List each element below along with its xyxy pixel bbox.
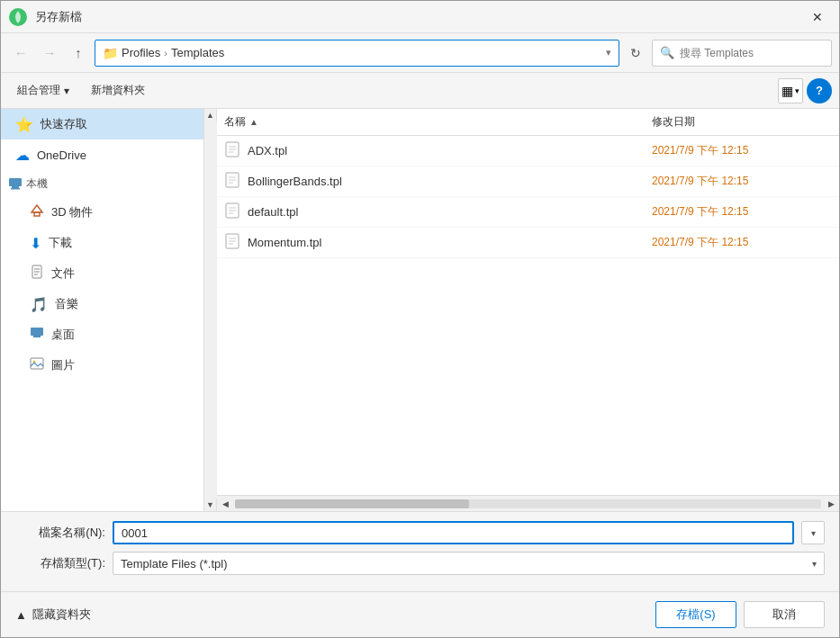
sidebar-item-pictures[interactable]: 圖片 xyxy=(1,350,204,381)
file-icon-1 xyxy=(224,172,242,192)
svg-rect-12 xyxy=(31,358,43,369)
close-button[interactable]: ✕ xyxy=(803,3,832,31)
hscroll-right[interactable]: ▶ xyxy=(823,496,839,512)
filename-input[interactable] xyxy=(113,521,794,544)
pictures-icon xyxy=(30,356,44,374)
view-icon: ▦ xyxy=(781,84,793,98)
downloads-icon: ⬇ xyxy=(30,235,41,252)
filename-dropdown[interactable]: ▾ xyxy=(801,521,825,544)
organize-label: 組合管理 xyxy=(17,83,60,98)
filetype-label: 存檔類型(T): xyxy=(15,555,105,571)
new-folder-label: 新增資料夾 xyxy=(91,83,145,98)
file-name-2: default.tpl xyxy=(248,205,646,219)
hide-folder-label: 隱藏資料夾 xyxy=(32,607,91,623)
svg-marker-4 xyxy=(32,205,42,212)
sidebar-item-label-this-pc: 本機 xyxy=(26,176,48,192)
sidebar-item-label-quick-access: 快速存取 xyxy=(41,116,87,132)
hscroll-left[interactable]: ◀ xyxy=(217,496,233,512)
cancel-button[interactable]: 取消 xyxy=(744,601,825,628)
bottom-area: 檔案名稱(N): ▾ 存檔類型(T): Template Files (*.tp… xyxy=(1,511,839,591)
3d-objects-icon xyxy=(30,203,44,221)
music-icon: 🎵 xyxy=(30,296,48,313)
file-icon-2 xyxy=(224,202,242,222)
sidebar: ⭐ 快速存取 ☁ OneDrive 本機 3D 物件 xyxy=(1,109,204,511)
main-content: ▲ ▼ ⭐ 快速存取 ☁ OneDrive 本機 xyxy=(1,109,839,511)
title-bar: 另存新檔 ✕ xyxy=(1,1,839,33)
view-button[interactable]: ▦ ▾ xyxy=(778,78,803,103)
file-date-1: 2021/7/9 下午 12:15 xyxy=(652,174,832,189)
sidebar-container: ▲ ▼ ⭐ 快速存取 ☁ OneDrive 本機 xyxy=(1,109,217,511)
up-button[interactable]: ↑ xyxy=(66,40,91,66)
desktop-icon xyxy=(30,326,44,344)
new-folder-button[interactable]: 新增資料夾 xyxy=(82,78,154,103)
filetype-select[interactable]: Template Files (*.tpl) ▾ xyxy=(113,552,825,575)
help-label: ? xyxy=(816,84,823,97)
sidebar-item-quick-access[interactable]: ⭐ 快速存取 xyxy=(1,109,204,139)
sidebar-scroll-up[interactable]: ▲ xyxy=(204,109,217,121)
help-button[interactable]: ? xyxy=(807,78,832,103)
hscroll-thumb xyxy=(235,499,469,508)
name-header-label: 名稱 xyxy=(224,114,246,130)
search-input[interactable] xyxy=(680,47,824,59)
sidebar-item-3d-objects[interactable]: 3D 物件 xyxy=(1,197,204,228)
sidebar-item-label-desktop: 桌面 xyxy=(51,327,75,343)
sidebar-item-downloads[interactable]: ⬇ 下載 xyxy=(1,228,204,258)
sidebar-item-label-pictures: 圖片 xyxy=(51,357,75,373)
refresh-button[interactable]: ↻ xyxy=(623,40,648,66)
filetype-value: Template Files (*.tpl) xyxy=(121,557,227,571)
file-area: 名稱 ▲ 修改日期 ADX.tpl 2021/7/9 下午 12:15 xyxy=(217,109,839,511)
sidebar-scroll-down[interactable]: ▼ xyxy=(204,499,217,511)
organize-dropdown-icon: ▾ xyxy=(64,85,69,97)
sort-by-name[interactable]: 名稱 ▲ xyxy=(224,114,652,130)
action-row: ▲ 隱藏資料夾 存檔(S) 取消 xyxy=(1,591,839,637)
date-header-label: 修改日期 xyxy=(652,115,695,128)
view-dropdown-icon: ▾ xyxy=(795,86,799,95)
file-name-0: ADX.tpl xyxy=(248,144,646,157)
filename-label: 檔案名稱(N): xyxy=(15,525,105,541)
address-profiles: Profiles xyxy=(122,46,160,59)
onedrive-icon: ☁ xyxy=(15,147,30,164)
toolbar: 組合管理 ▾ 新增資料夾 ▦ ▾ ? xyxy=(1,73,839,109)
back-button[interactable]: ← xyxy=(8,40,33,66)
file-icon-3 xyxy=(224,233,242,253)
organize-button[interactable]: 組合管理 ▾ xyxy=(8,78,78,103)
filetype-dropdown-icon: ▾ xyxy=(812,559,817,569)
filename-row: 檔案名稱(N): ▾ xyxy=(15,521,825,544)
search-bar[interactable]: 🔍 xyxy=(652,40,832,67)
documents-icon xyxy=(30,265,44,283)
file-icon-0 xyxy=(224,141,242,161)
sidebar-item-label-downloads: 下載 xyxy=(49,235,72,251)
sort-indicator: ▲ xyxy=(249,117,258,127)
address-templates: Templates xyxy=(171,46,224,59)
svg-rect-11 xyxy=(33,336,41,337)
sidebar-item-desktop[interactable]: 桌面 xyxy=(1,319,204,350)
file-row-1[interactable]: BollingerBands.tpl 2021/7/9 下午 12:15 xyxy=(217,166,839,197)
svg-rect-2 xyxy=(12,186,19,188)
cancel-label: 取消 xyxy=(772,607,796,621)
dialog-title: 另存新檔 xyxy=(35,9,803,25)
hscroll-track[interactable] xyxy=(235,499,821,508)
filename-dropdown-icon: ▾ xyxy=(811,528,816,538)
forward-button[interactable]: → xyxy=(37,40,62,66)
file-date-3: 2021/7/9 下午 12:15 xyxy=(652,235,832,250)
quick-access-icon: ⭐ xyxy=(15,116,33,133)
file-row-3[interactable]: Momentum.tpl 2021/7/9 下午 12:15 xyxy=(217,228,839,258)
sidebar-item-onedrive[interactable]: ☁ OneDrive xyxy=(1,139,204,170)
svg-rect-1 xyxy=(9,178,22,186)
sidebar-item-this-pc[interactable]: 本機 xyxy=(1,170,204,197)
svg-rect-10 xyxy=(31,328,43,336)
file-date-0: 2021/7/9 下午 12:15 xyxy=(652,143,832,158)
sidebar-item-documents[interactable]: 文件 xyxy=(1,258,204,289)
file-row-2[interactable]: default.tpl 2021/7/9 下午 12:15 xyxy=(217,197,839,228)
svg-rect-3 xyxy=(11,188,20,190)
file-row-0[interactable]: ADX.tpl 2021/7/9 下午 12:15 xyxy=(217,136,839,166)
search-icon: 🔍 xyxy=(660,46,674,59)
hide-folder-button[interactable]: ▲ 隱藏資料夾 xyxy=(15,607,91,623)
app-logo xyxy=(8,7,28,27)
save-button[interactable]: 存檔(S) xyxy=(655,601,736,628)
horizontal-scrollbar: ◀ ▶ xyxy=(217,495,839,511)
address-bar[interactable]: 📁 Profiles › Templates ▾ xyxy=(95,40,619,67)
sort-by-date[interactable]: 修改日期 xyxy=(652,114,832,130)
sidebar-item-music[interactable]: 🎵 音樂 xyxy=(1,289,204,319)
sidebar-scrollbar: ▲ ▼ xyxy=(203,109,216,511)
